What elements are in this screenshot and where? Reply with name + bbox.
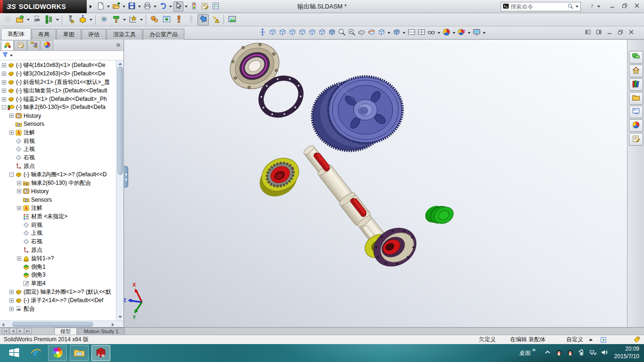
move-component-button[interactable] [77, 14, 88, 25]
tree-item[interactable]: +(固定) 轴承2外圈<1>->? (默认<<默 [0, 288, 116, 296]
pane-left-button[interactable] [585, 29, 591, 37]
tree-item[interactable]: 前视 [0, 221, 116, 229]
insert-component-open-button[interactable] [14, 14, 25, 25]
zoom-fit-vertical-button[interactable] [258, 28, 267, 38]
panel-expand-icon[interactable] [115, 42, 121, 49]
dropdown-arrow-icon[interactable] [140, 19, 143, 21]
dropdown-arrow-icon[interactable] [90, 19, 92, 21]
tree-item[interactable]: +History [0, 112, 116, 120]
appearances-scenes-button[interactable] [629, 119, 643, 132]
view-settings-button[interactable] [472, 28, 481, 38]
expand-toggle[interactable]: + [2, 89, 6, 93]
tab-评估[interactable]: 评估 [82, 29, 106, 40]
restore-window-button[interactable] [621, 2, 628, 10]
tree-item[interactable]: +(-) 滚子2<14>->? (Default<<Def [0, 296, 116, 304]
bill-of-materials-button[interactable] [161, 14, 172, 25]
configurationmanager-tab[interactable] [27, 40, 40, 50]
minimize-document-button[interactable] [606, 29, 613, 37]
expand-toggle[interactable]: + [2, 72, 6, 76]
expand-toggle[interactable]: + [9, 290, 14, 294]
view-cube-3-button[interactable] [288, 28, 297, 38]
tab-Motion Study 1[interactable]: Motion Study 1 [78, 328, 124, 335]
interference-detection-button[interactable] [189, 1, 199, 12]
tree-item[interactable]: Sensors [0, 120, 116, 129]
expand-toggle[interactable]: + [9, 307, 14, 311]
expand-toggle[interactable]: + [2, 80, 6, 84]
component-preview-button[interactable] [185, 14, 197, 25]
tree-item[interactable]: 上视 [0, 229, 116, 238]
tree-item[interactable]: 材质 <未指定> [0, 212, 116, 221]
design-checker-button[interactable] [211, 1, 221, 12]
chevron-right-icon[interactable] [532, 347, 536, 354]
tree-item[interactable]: 倒角3 [0, 271, 116, 280]
tree-vertical-scrollbar[interactable] [116, 60, 124, 321]
minimize-window-button[interactable] [609, 2, 616, 10]
step-back-button[interactable] [9, 328, 17, 334]
scroll-up-icon[interactable] [118, 63, 122, 65]
qq-1-button[interactable] [555, 349, 562, 357]
tree-item[interactable]: 原点 [0, 162, 116, 171]
tree-item[interactable]: -(-) 轴承2(60-130)<5> (Default<Defa [0, 103, 116, 112]
dropdown-arrow-icon[interactable] [576, 6, 578, 8]
expand-toggle[interactable]: + [17, 189, 21, 193]
dropdown-arrow-icon[interactable] [56, 19, 59, 21]
scroll-right-icon[interactable] [112, 323, 114, 327]
browser-360-button[interactable] [48, 345, 67, 361]
expand-toggle[interactable]: + [17, 206, 21, 210]
exploded-view-scene[interactable]: X Z Y [124, 40, 627, 327]
zoom-to-fit-button[interactable] [338, 28, 346, 38]
save-button[interactable] [127, 1, 137, 12]
dropdown-arrow-icon[interactable] [403, 32, 405, 34]
tree-item[interactable]: +(-) 输出轴套筒<1> (Default<<Default [0, 86, 116, 95]
custom-label[interactable]: 自定义 [566, 336, 583, 344]
play-forward-button[interactable] [17, 328, 24, 334]
expand-toggle[interactable]: + [9, 298, 14, 303]
go-to-start-button[interactable] [2, 328, 9, 334]
linear-component-pattern-button[interactable] [43, 14, 55, 25]
tree-item[interactable]: 原点 [0, 246, 116, 255]
tree-item[interactable]: +(-) 端盖2<1> (Default<<Default>_Ph [0, 95, 116, 103]
undo-button[interactable] [158, 1, 168, 12]
show-hidden-icons-button[interactable] [544, 349, 551, 357]
tree-item[interactable]: 右视 [0, 238, 116, 246]
smart-fasteners-button[interactable] [65, 14, 76, 25]
tag-icon[interactable] [633, 336, 640, 343]
reference-geometry-button[interactable] [127, 14, 139, 25]
dropdown-arrow-icon[interactable] [597, 6, 600, 8]
edit-appearance-button[interactable] [442, 28, 451, 38]
dropdown-arrow-icon[interactable] [453, 32, 455, 34]
tab-办公室产品[interactable]: 办公室产品 [143, 29, 184, 40]
view-cube-1-button[interactable] [268, 28, 277, 38]
section-view-button[interactable] [367, 28, 376, 38]
tree-item[interactable]: +History [0, 187, 116, 196]
displaymanager-tab[interactable] [41, 40, 53, 50]
view-cube-5-button[interactable] [308, 28, 316, 38]
restore-document-button[interactable] [617, 29, 624, 37]
tab-草图[interactable]: 草图 [57, 29, 81, 40]
tree-horizontal-scrollbar[interactable] [0, 321, 124, 327]
viewport-grid-button[interactable] [417, 28, 426, 38]
tree-item[interactable]: 倒角1 [0, 263, 116, 271]
tree-item[interactable]: 上视 [0, 145, 116, 154]
pane-right-button[interactable] [595, 29, 602, 37]
explode-line-sketch-button[interactable] [210, 14, 221, 25]
file-explorer-button[interactable] [70, 345, 89, 361]
view-cube-4-button[interactable] [298, 28, 306, 38]
magnifier-icon[interactable] [567, 3, 574, 11]
rotate-view-button[interactable] [357, 28, 366, 38]
go-to-end-button[interactable] [25, 328, 32, 334]
expand-toggle[interactable]: - [2, 105, 6, 109]
dropdown-arrow-icon[interactable] [123, 6, 125, 8]
tree-item[interactable]: +旋转1->? [0, 254, 116, 263]
dropdown-arrow-icon[interactable] [27, 19, 30, 21]
print-button[interactable] [142, 1, 152, 12]
display-style-button[interactable] [392, 28, 401, 38]
quick-tip-icon[interactable]: ? [600, 337, 607, 343]
tree-item[interactable]: 草图4 [0, 280, 116, 288]
mate-button[interactable] [31, 14, 42, 25]
insert-components-button[interactable] [2, 14, 13, 25]
scroll-thumb[interactable] [12, 322, 93, 327]
tree-item[interactable]: Sensors [0, 196, 116, 204]
tree-item[interactable]: +A注解 [0, 128, 116, 137]
view-cube-6-button[interactable] [318, 28, 326, 38]
